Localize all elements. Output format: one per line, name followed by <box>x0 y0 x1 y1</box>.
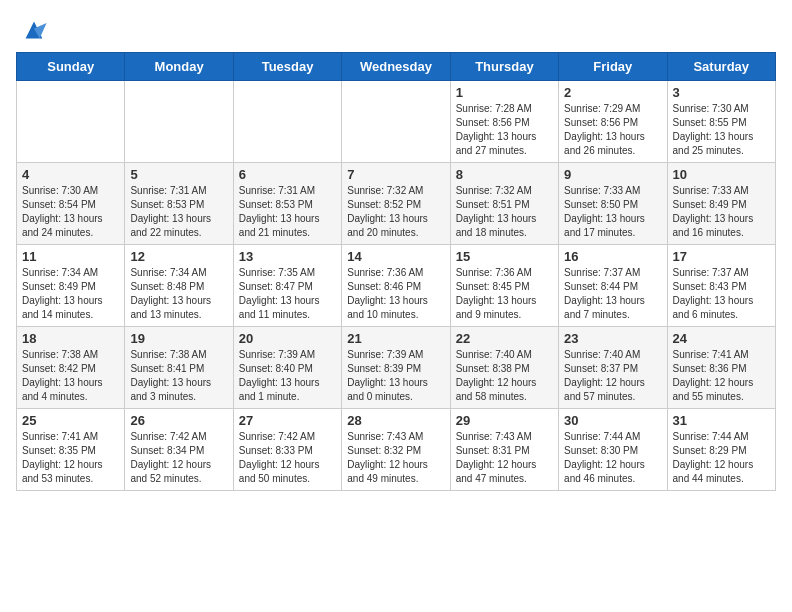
day-number: 25 <box>22 413 119 428</box>
day-number: 4 <box>22 167 119 182</box>
day-number: 7 <box>347 167 444 182</box>
day-info: Sunrise: 7:30 AM Sunset: 8:55 PM Dayligh… <box>673 102 770 158</box>
day-number: 24 <box>673 331 770 346</box>
day-info: Sunrise: 7:40 AM Sunset: 8:37 PM Dayligh… <box>564 348 661 404</box>
calendar-day-cell <box>125 81 233 163</box>
day-info: Sunrise: 7:39 AM Sunset: 8:39 PM Dayligh… <box>347 348 444 404</box>
calendar-day-cell: 6Sunrise: 7:31 AM Sunset: 8:53 PM Daylig… <box>233 163 341 245</box>
day-number: 15 <box>456 249 553 264</box>
day-info: Sunrise: 7:33 AM Sunset: 8:49 PM Dayligh… <box>673 184 770 240</box>
day-number: 30 <box>564 413 661 428</box>
calendar-day-cell: 16Sunrise: 7:37 AM Sunset: 8:44 PM Dayli… <box>559 245 667 327</box>
day-of-week-header: Tuesday <box>233 53 341 81</box>
calendar-day-cell: 30Sunrise: 7:44 AM Sunset: 8:30 PM Dayli… <box>559 409 667 491</box>
day-info: Sunrise: 7:36 AM Sunset: 8:46 PM Dayligh… <box>347 266 444 322</box>
day-info: Sunrise: 7:44 AM Sunset: 8:30 PM Dayligh… <box>564 430 661 486</box>
calendar-day-cell: 25Sunrise: 7:41 AM Sunset: 8:35 PM Dayli… <box>17 409 125 491</box>
calendar-day-cell: 28Sunrise: 7:43 AM Sunset: 8:32 PM Dayli… <box>342 409 450 491</box>
day-info: Sunrise: 7:44 AM Sunset: 8:29 PM Dayligh… <box>673 430 770 486</box>
day-info: Sunrise: 7:34 AM Sunset: 8:48 PM Dayligh… <box>130 266 227 322</box>
day-info: Sunrise: 7:35 AM Sunset: 8:47 PM Dayligh… <box>239 266 336 322</box>
calendar-day-cell: 3Sunrise: 7:30 AM Sunset: 8:55 PM Daylig… <box>667 81 775 163</box>
calendar-day-cell: 21Sunrise: 7:39 AM Sunset: 8:39 PM Dayli… <box>342 327 450 409</box>
day-info: Sunrise: 7:29 AM Sunset: 8:56 PM Dayligh… <box>564 102 661 158</box>
day-number: 5 <box>130 167 227 182</box>
calendar-day-cell: 17Sunrise: 7:37 AM Sunset: 8:43 PM Dayli… <box>667 245 775 327</box>
day-info: Sunrise: 7:31 AM Sunset: 8:53 PM Dayligh… <box>239 184 336 240</box>
logo <box>16 16 48 44</box>
day-number: 21 <box>347 331 444 346</box>
day-info: Sunrise: 7:43 AM Sunset: 8:32 PM Dayligh… <box>347 430 444 486</box>
calendar-day-cell <box>233 81 341 163</box>
day-number: 6 <box>239 167 336 182</box>
calendar-day-cell: 15Sunrise: 7:36 AM Sunset: 8:45 PM Dayli… <box>450 245 558 327</box>
day-of-week-header: Sunday <box>17 53 125 81</box>
calendar-day-cell: 26Sunrise: 7:42 AM Sunset: 8:34 PM Dayli… <box>125 409 233 491</box>
day-of-week-header: Friday <box>559 53 667 81</box>
day-info: Sunrise: 7:42 AM Sunset: 8:33 PM Dayligh… <box>239 430 336 486</box>
calendar-day-cell: 14Sunrise: 7:36 AM Sunset: 8:46 PM Dayli… <box>342 245 450 327</box>
day-info: Sunrise: 7:38 AM Sunset: 8:41 PM Dayligh… <box>130 348 227 404</box>
calendar-day-cell <box>342 81 450 163</box>
calendar-day-cell: 2Sunrise: 7:29 AM Sunset: 8:56 PM Daylig… <box>559 81 667 163</box>
calendar-day-cell: 20Sunrise: 7:39 AM Sunset: 8:40 PM Dayli… <box>233 327 341 409</box>
day-info: Sunrise: 7:33 AM Sunset: 8:50 PM Dayligh… <box>564 184 661 240</box>
day-number: 12 <box>130 249 227 264</box>
day-number: 18 <box>22 331 119 346</box>
day-number: 28 <box>347 413 444 428</box>
day-number: 14 <box>347 249 444 264</box>
day-number: 1 <box>456 85 553 100</box>
day-number: 13 <box>239 249 336 264</box>
day-info: Sunrise: 7:31 AM Sunset: 8:53 PM Dayligh… <box>130 184 227 240</box>
logo-icon <box>20 16 48 44</box>
day-info: Sunrise: 7:40 AM Sunset: 8:38 PM Dayligh… <box>456 348 553 404</box>
calendar-day-cell: 9Sunrise: 7:33 AM Sunset: 8:50 PM Daylig… <box>559 163 667 245</box>
day-number: 19 <box>130 331 227 346</box>
day-of-week-header: Thursday <box>450 53 558 81</box>
day-info: Sunrise: 7:32 AM Sunset: 8:51 PM Dayligh… <box>456 184 553 240</box>
calendar-day-cell: 18Sunrise: 7:38 AM Sunset: 8:42 PM Dayli… <box>17 327 125 409</box>
calendar-week-row: 18Sunrise: 7:38 AM Sunset: 8:42 PM Dayli… <box>17 327 776 409</box>
calendar-day-cell: 31Sunrise: 7:44 AM Sunset: 8:29 PM Dayli… <box>667 409 775 491</box>
day-number: 31 <box>673 413 770 428</box>
calendar-day-cell: 4Sunrise: 7:30 AM Sunset: 8:54 PM Daylig… <box>17 163 125 245</box>
day-info: Sunrise: 7:34 AM Sunset: 8:49 PM Dayligh… <box>22 266 119 322</box>
day-number: 29 <box>456 413 553 428</box>
day-number: 20 <box>239 331 336 346</box>
day-number: 22 <box>456 331 553 346</box>
day-number: 2 <box>564 85 661 100</box>
calendar-day-cell: 8Sunrise: 7:32 AM Sunset: 8:51 PM Daylig… <box>450 163 558 245</box>
day-number: 3 <box>673 85 770 100</box>
day-number: 16 <box>564 249 661 264</box>
calendar-day-cell: 22Sunrise: 7:40 AM Sunset: 8:38 PM Dayli… <box>450 327 558 409</box>
calendar-day-cell: 1Sunrise: 7:28 AM Sunset: 8:56 PM Daylig… <box>450 81 558 163</box>
day-number: 27 <box>239 413 336 428</box>
day-number: 23 <box>564 331 661 346</box>
day-info: Sunrise: 7:41 AM Sunset: 8:35 PM Dayligh… <box>22 430 119 486</box>
calendar-day-cell: 10Sunrise: 7:33 AM Sunset: 8:49 PM Dayli… <box>667 163 775 245</box>
day-number: 17 <box>673 249 770 264</box>
day-number: 11 <box>22 249 119 264</box>
calendar-day-cell: 11Sunrise: 7:34 AM Sunset: 8:49 PM Dayli… <box>17 245 125 327</box>
calendar-day-cell: 23Sunrise: 7:40 AM Sunset: 8:37 PM Dayli… <box>559 327 667 409</box>
calendar-day-cell: 5Sunrise: 7:31 AM Sunset: 8:53 PM Daylig… <box>125 163 233 245</box>
header <box>16 16 776 44</box>
day-info: Sunrise: 7:39 AM Sunset: 8:40 PM Dayligh… <box>239 348 336 404</box>
day-info: Sunrise: 7:28 AM Sunset: 8:56 PM Dayligh… <box>456 102 553 158</box>
calendar-day-cell: 24Sunrise: 7:41 AM Sunset: 8:36 PM Dayli… <box>667 327 775 409</box>
calendar: SundayMondayTuesdayWednesdayThursdayFrid… <box>16 52 776 491</box>
day-info: Sunrise: 7:38 AM Sunset: 8:42 PM Dayligh… <box>22 348 119 404</box>
day-number: 10 <box>673 167 770 182</box>
day-info: Sunrise: 7:30 AM Sunset: 8:54 PM Dayligh… <box>22 184 119 240</box>
day-number: 8 <box>456 167 553 182</box>
calendar-day-cell: 7Sunrise: 7:32 AM Sunset: 8:52 PM Daylig… <box>342 163 450 245</box>
day-info: Sunrise: 7:42 AM Sunset: 8:34 PM Dayligh… <box>130 430 227 486</box>
day-info: Sunrise: 7:36 AM Sunset: 8:45 PM Dayligh… <box>456 266 553 322</box>
calendar-week-row: 11Sunrise: 7:34 AM Sunset: 8:49 PM Dayli… <box>17 245 776 327</box>
day-info: Sunrise: 7:37 AM Sunset: 8:44 PM Dayligh… <box>564 266 661 322</box>
day-of-week-header: Wednesday <box>342 53 450 81</box>
calendar-day-cell: 27Sunrise: 7:42 AM Sunset: 8:33 PM Dayli… <box>233 409 341 491</box>
calendar-day-cell: 13Sunrise: 7:35 AM Sunset: 8:47 PM Dayli… <box>233 245 341 327</box>
day-of-week-header: Saturday <box>667 53 775 81</box>
day-number: 26 <box>130 413 227 428</box>
